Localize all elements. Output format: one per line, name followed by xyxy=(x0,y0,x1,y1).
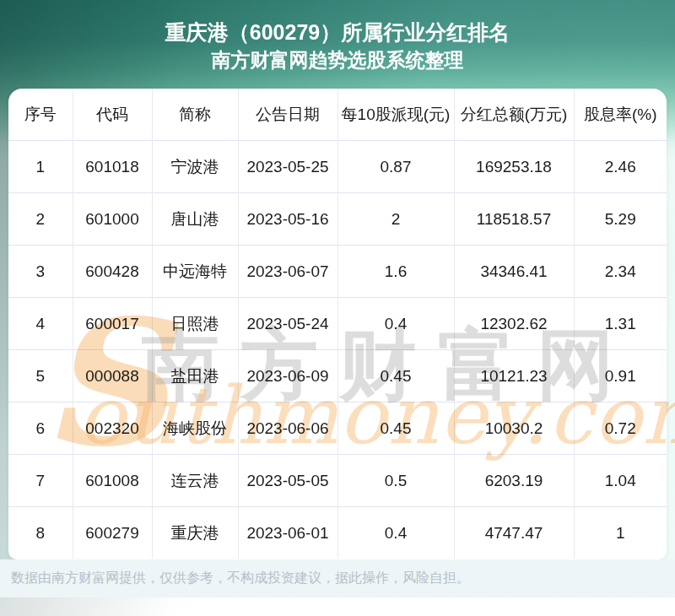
table-row: 2601000唐山港2023-05-162118518.575.29 xyxy=(8,193,667,246)
disclaimer-text: 数据由南方财富网提供，仅供参考，不构成投资建议，据此操作，风险自担。 xyxy=(0,559,675,597)
table-cell: 000088 xyxy=(73,350,152,403)
table-cell: 600017 xyxy=(73,298,152,350)
table-row: 6002320海峡股份2023-06-060.4510030.20.72 xyxy=(8,403,667,455)
table-cell: 601008 xyxy=(73,455,152,507)
table-body: 1601018宁波港2023-05-250.87169253.182.46260… xyxy=(8,141,667,559)
col-header: 每10股派现(元) xyxy=(338,89,454,141)
table-cell: 6203.19 xyxy=(454,455,574,507)
table-cell: 唐山港 xyxy=(152,193,238,246)
table-cell: 中远海特 xyxy=(152,246,238,298)
table-row: 7601008连云港2023-05-050.56203.191.04 xyxy=(8,455,667,507)
table-cell: 0.4 xyxy=(338,507,454,559)
col-header: 分红总额(万元) xyxy=(454,89,574,141)
table-cell: 2.34 xyxy=(574,246,667,298)
table-cell: 600279 xyxy=(73,507,152,559)
table-row: 8600279重庆港2023-06-010.44747.471 xyxy=(8,507,667,559)
table-cell: 海峡股份 xyxy=(152,403,238,455)
hero-banner: 重庆港（600279）所属行业分红排名 南方财富网趋势选股系统整理 xyxy=(0,0,675,89)
col-header: 公告日期 xyxy=(238,89,338,141)
table-cell: 0.4 xyxy=(338,298,454,350)
table-cell: 8 xyxy=(8,507,73,559)
header-row: 序号代码简称公告日期每10股派现(元)分红总额(万元)股息率(%) xyxy=(8,89,667,141)
table-cell: 0.5 xyxy=(338,455,454,507)
table-cell: 连云港 xyxy=(152,455,238,507)
table-cell: 2 xyxy=(8,193,73,246)
table-cell: 601018 xyxy=(73,141,152,193)
table-cell: 7 xyxy=(8,455,73,507)
table-cell: 0.45 xyxy=(338,403,454,455)
table-cell: 日照港 xyxy=(152,298,238,350)
table-cell: 0.45 xyxy=(338,350,454,403)
table-cell: 盐田港 xyxy=(152,350,238,403)
table-cell: 0.91 xyxy=(574,350,667,403)
table-cell: 600428 xyxy=(73,246,152,298)
dividend-table-card: 序号代码简称公告日期每10股派现(元)分红总额(万元)股息率(%) 160101… xyxy=(8,89,667,559)
table-row: 5000088盐田港2023-06-090.4510121.230.91 xyxy=(8,350,667,403)
table-cell: 2023-05-25 xyxy=(238,141,338,193)
table-row: 1601018宁波港2023-05-250.87169253.182.46 xyxy=(8,141,667,193)
table-cell: 1.04 xyxy=(574,455,667,507)
table-cell: 5.29 xyxy=(574,193,667,246)
page: 重庆港（600279）所属行业分红排名 南方财富网趋势选股系统整理 序号代码简称… xyxy=(0,0,675,616)
table-cell: 2 xyxy=(338,193,454,246)
col-header: 序号 xyxy=(8,89,73,141)
table-cell: 1 xyxy=(8,141,73,193)
table-cell: 重庆港 xyxy=(152,507,238,559)
table-cell: 2023-05-24 xyxy=(238,298,338,350)
table-cell: 2023-06-07 xyxy=(238,246,338,298)
col-header: 代码 xyxy=(73,89,152,141)
table-cell: 34346.41 xyxy=(454,246,574,298)
table-cell: 0.72 xyxy=(574,403,667,455)
table-cell: 10121.23 xyxy=(454,350,574,403)
table-cell: 1.31 xyxy=(574,298,667,350)
table-cell: 4747.47 xyxy=(454,507,574,559)
page-title: 重庆港（600279）所属行业分红排名 xyxy=(0,19,675,46)
table-row: 3600428中远海特2023-06-071.634346.412.34 xyxy=(8,246,667,298)
table-cell: 2023-05-16 xyxy=(238,193,338,246)
table-cell: 宁波港 xyxy=(152,141,238,193)
table-cell: 4 xyxy=(8,298,73,350)
table-cell: 5 xyxy=(8,350,73,403)
table-cell: 1 xyxy=(574,507,667,559)
table-cell: 6 xyxy=(8,403,73,455)
table-cell: 002320 xyxy=(73,403,152,455)
table-cell: 2023-06-09 xyxy=(238,350,338,403)
page-subtitle: 南方财富网趋势选股系统整理 xyxy=(0,46,675,73)
col-header: 股息率(%) xyxy=(574,89,667,141)
table-cell: 2.46 xyxy=(574,141,667,193)
table-cell: 169253.18 xyxy=(454,141,574,193)
col-header: 简称 xyxy=(152,89,238,141)
dividend-ranking-table: 序号代码简称公告日期每10股派现(元)分红总额(万元)股息率(%) 160101… xyxy=(8,89,667,559)
table-cell: 2023-05-05 xyxy=(238,455,338,507)
table-cell: 1.6 xyxy=(338,246,454,298)
table-cell: 2023-06-01 xyxy=(238,507,338,559)
table-header: 序号代码简称公告日期每10股派现(元)分红总额(万元)股息率(%) xyxy=(8,89,667,141)
table-cell: 10030.2 xyxy=(454,403,574,455)
table-cell: 601000 xyxy=(73,193,152,246)
table-cell: 118518.57 xyxy=(454,193,574,246)
table-cell: 0.87 xyxy=(338,141,454,193)
table-cell: 2023-06-06 xyxy=(238,403,338,455)
table-cell: 3 xyxy=(8,246,73,298)
table-cell: 12302.62 xyxy=(454,298,574,350)
table-row: 4600017日照港2023-05-240.412302.621.31 xyxy=(8,298,667,350)
